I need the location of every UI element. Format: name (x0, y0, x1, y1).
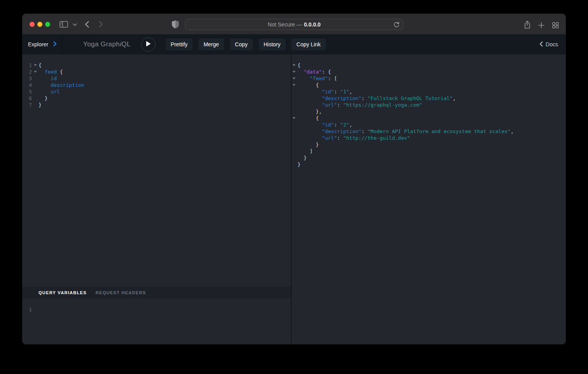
result-line[interactable]: "id": "1", (292, 88, 566, 95)
fold-arrow-icon[interactable] (32, 68, 38, 75)
fold-gutter-spacer (292, 121, 298, 128)
browser-window: Not Secure — 0.0.0.0 (22, 14, 566, 344)
fold-gutter-spacer (292, 135, 298, 141)
results-viewer[interactable]: { "data": { "feed": [ { "id": "1", "desc… (292, 54, 566, 344)
query-line[interactable]: 1{ (22, 62, 291, 68)
code-text: "description": "Fullstack GraphQL Tutori… (298, 95, 456, 102)
result-line[interactable]: "url": "https://graphql-yoga.com" (292, 102, 566, 108)
code-text: } (38, 95, 47, 102)
result-line[interactable]: { (292, 62, 566, 68)
url-security-label: Not Secure — (268, 21, 302, 28)
result-line[interactable]: "data": { (292, 68, 566, 75)
code-text: "data": { (298, 68, 331, 75)
fold-arrow-icon[interactable] (292, 75, 298, 82)
result-line[interactable]: "url": "http://the-guild.dev" (292, 135, 566, 141)
fold-arrow-icon[interactable] (292, 62, 298, 68)
back-icon[interactable] (85, 21, 89, 28)
line-number: 5 (22, 88, 32, 95)
result-line[interactable]: "feed": [ (292, 75, 566, 82)
copy-link-button[interactable]: Copy Link (291, 39, 326, 50)
line-number: 6 (22, 95, 32, 102)
history-button[interactable]: History (259, 39, 286, 50)
share-icon[interactable] (524, 21, 531, 29)
result-line[interactable]: "description": "Fullstack GraphQL Tutori… (292, 95, 566, 102)
result-line[interactable]: ] (292, 148, 566, 155)
docs-label: Docs (546, 41, 558, 47)
variables-line[interactable]: 1 (22, 306, 291, 313)
code-text: } (38, 102, 42, 108)
tab-overview-icon[interactable] (552, 22, 559, 28)
explorer-toggle[interactable]: Explorer (22, 34, 62, 54)
line-number: 4 (22, 82, 32, 88)
result-line[interactable]: }, (292, 108, 566, 115)
explorer-label: Explorer (28, 41, 48, 47)
code-text: { (298, 82, 319, 88)
docs-toggle[interactable]: Docs (539, 41, 558, 48)
toolbar-buttons: PrettifyMergeCopyHistoryCopy Link (166, 39, 326, 50)
url-host: 0.0.0.0 (304, 21, 321, 28)
traffic-light-zoom[interactable] (45, 22, 50, 27)
tab-query-variables[interactable]: QUERY VARIABLES (38, 290, 87, 295)
code-text: feed { (38, 68, 63, 75)
prettify-button[interactable]: Prettify (166, 39, 193, 50)
result-line[interactable]: } (292, 155, 566, 161)
line-number: 3 (22, 75, 32, 82)
chevron-right-icon (53, 41, 57, 48)
line-number: 2 (22, 68, 32, 75)
result-line[interactable]: } (292, 141, 566, 148)
query-line[interactable]: 7} (22, 102, 291, 108)
line-number: 1 (22, 306, 32, 313)
query-line[interactable]: 6 } (22, 95, 291, 102)
tab-request-headers[interactable]: REQUEST HEADERS (96, 290, 146, 295)
sidebar-toggle-icon[interactable] (60, 21, 68, 28)
code-text: { (298, 115, 319, 121)
query-variables-editor[interactable]: 1 (22, 298, 291, 344)
traffic-light-minimize[interactable] (37, 22, 42, 27)
fold-gutter-spacer (292, 95, 298, 102)
code-text: ] (298, 148, 313, 155)
tab-group-chevron-icon[interactable] (73, 23, 77, 26)
code-text: } (298, 155, 306, 161)
query-editor[interactable]: 1{2 feed {3 id4 description5 url6 }7} (22, 54, 291, 287)
code-text: "url": "https://graphql-yoga.com" (298, 102, 422, 108)
fold-gutter-spacer (292, 161, 298, 168)
code-text: "feed": [ (298, 75, 337, 82)
fold-gutter-spacer (292, 141, 298, 148)
merge-button[interactable]: Merge (198, 39, 224, 50)
browser-title-bar: Not Secure — 0.0.0.0 (22, 14, 566, 34)
result-line[interactable]: { (292, 82, 566, 88)
code-text: "id": "2", (298, 121, 352, 128)
copy-button[interactable]: Copy (230, 39, 253, 50)
new-tab-icon[interactable] (538, 22, 544, 28)
query-line[interactable]: 5 url (22, 88, 291, 95)
fold-gutter-spacer (292, 88, 298, 95)
line-number: 1 (22, 62, 32, 68)
address-bar[interactable]: Not Secure — 0.0.0.0 (185, 19, 403, 30)
privacy-shield-icon[interactable] (172, 20, 179, 28)
forward-icon[interactable] (99, 21, 103, 28)
traffic-light-close[interactable] (30, 22, 35, 27)
fold-arrow-icon[interactable] (292, 115, 298, 121)
query-line[interactable]: 3 id (22, 75, 291, 82)
code-text: "description": "Modern API Platform and … (298, 128, 514, 135)
fold-gutter-spacer (32, 88, 38, 95)
execute-query-button[interactable] (141, 37, 156, 52)
result-line[interactable]: } (292, 161, 566, 168)
graphiql-toolbar: Explorer Yoga GraphiQL PrettifyMergeCopy… (22, 34, 566, 54)
reload-icon[interactable] (394, 21, 399, 28)
query-line[interactable]: 2 feed { (22, 68, 291, 75)
fold-gutter-spacer (292, 102, 298, 108)
code-text: id (38, 75, 57, 82)
fold-arrow-icon[interactable] (292, 68, 298, 75)
code-text: } (298, 141, 319, 148)
fold-arrow-icon[interactable] (32, 62, 38, 68)
result-line[interactable]: "description": "Modern API Platform and … (292, 128, 566, 135)
result-line[interactable]: "id": "2", (292, 121, 566, 128)
result-line[interactable]: { (292, 115, 566, 121)
fold-gutter-spacer (292, 155, 298, 161)
fold-arrow-icon[interactable] (292, 82, 298, 88)
fold-gutter-spacer (32, 75, 38, 82)
code-text: { (298, 62, 301, 68)
query-line[interactable]: 4 description (22, 82, 291, 88)
line-number: 7 (22, 102, 32, 108)
